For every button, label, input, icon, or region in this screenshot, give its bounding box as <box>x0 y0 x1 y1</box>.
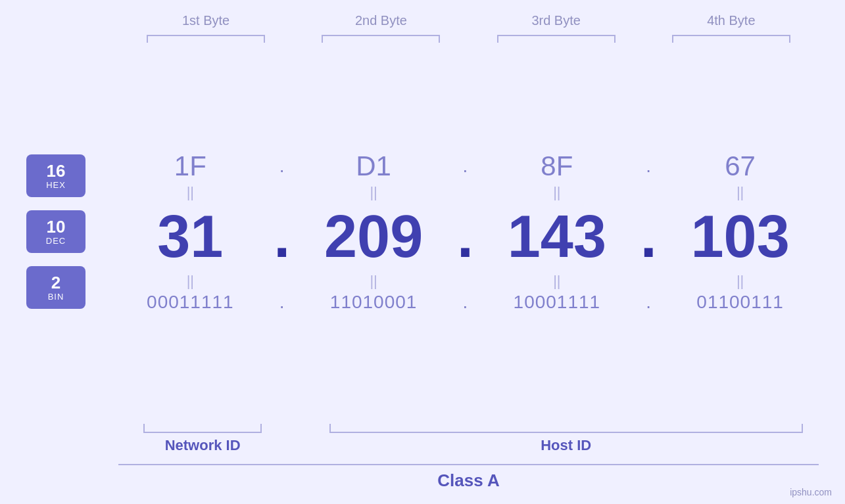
dec-val-4: 103 <box>662 203 819 271</box>
class-section: Class A <box>26 464 819 491</box>
bracket-cell-3 <box>469 35 644 43</box>
hex-val-3: 8F <box>479 150 636 182</box>
equals-row-2: || || || || <box>112 274 819 288</box>
bin-number: 2 <box>51 273 60 292</box>
hex-label: HEX <box>46 180 66 190</box>
bracket-top-3 <box>497 35 616 43</box>
bin-badge: 2 BIN <box>26 266 85 309</box>
host-bracket-bottom <box>329 424 803 433</box>
bin-row: 00011111 . 11010001 . 10001111 . 0110011… <box>112 288 819 316</box>
class-label: Class A <box>118 470 819 491</box>
byte1-header: 1st Byte <box>118 13 293 28</box>
byte2-header: 2nd Byte <box>293 13 468 28</box>
hex-number: 16 <box>47 162 66 181</box>
dec-row: 31 . 209 . 143 . 103 <box>112 200 819 274</box>
eq2-4: || <box>662 275 819 287</box>
hex-val-1: 1F <box>112 150 269 182</box>
hex-dot-1: . <box>269 156 295 177</box>
watermark: ipshu.com <box>790 487 832 497</box>
hex-dot-3: . <box>635 156 662 177</box>
bin-val-3: 10001111 <box>479 292 636 313</box>
bracket-top-4 <box>672 35 790 43</box>
top-brackets <box>26 35 819 43</box>
bin-val-2: 11010001 <box>295 292 452 313</box>
byte3-header: 3rd Byte <box>469 13 644 28</box>
byte4-header: 4th Byte <box>644 13 819 28</box>
host-id-label: Host ID <box>541 437 591 454</box>
hex-val-4: 67 <box>662 150 819 182</box>
eq1-2: || <box>295 187 452 198</box>
bracket-cell-2 <box>293 35 468 43</box>
bin-dot-3: . <box>635 292 662 313</box>
dec-label: DEC <box>46 236 66 246</box>
bin-val-4: 01100111 <box>662 292 819 313</box>
bracket-cell-1 <box>118 35 293 43</box>
bracket-cell-4 <box>644 35 819 43</box>
eq1-3: || <box>479 187 636 198</box>
bin-val-1: 00011111 <box>112 292 269 313</box>
hex-badge: 16 HEX <box>26 154 85 197</box>
network-bracket-wrap: Network ID <box>118 424 287 454</box>
eq2-3: || <box>479 275 636 287</box>
class-line <box>118 464 819 465</box>
dec-val-3: 143 <box>479 203 636 271</box>
host-bracket-wrap: Host ID <box>313 424 819 454</box>
eq2-2: || <box>295 275 452 287</box>
main-container: 1st Byte 2nd Byte 3rd Byte 4th Byte 16 H… <box>0 0 845 504</box>
equals-row-1: || || || || <box>112 185 819 200</box>
bracket-dot-spacer-1 <box>287 424 313 454</box>
bin-dot-2: . <box>452 292 479 313</box>
byte-headers: 1st Byte 2nd Byte 3rd Byte 4th Byte <box>26 13 819 28</box>
bracket-top-2 <box>322 35 440 43</box>
bracket-labels-row: Network ID Host ID <box>118 424 819 454</box>
labels-column: 16 HEX 10 DEC 2 BIN <box>26 148 112 315</box>
bin-label: BIN <box>48 292 64 302</box>
eq1-1: || <box>112 187 269 198</box>
network-bracket-bottom <box>143 424 262 433</box>
hex-val-2: D1 <box>295 150 452 182</box>
dec-dot-1: . <box>269 203 295 271</box>
network-id-label: Network ID <box>165 437 241 454</box>
dec-val-1: 31 <box>112 203 269 271</box>
dec-number: 10 <box>47 218 66 237</box>
dec-dot-3: . <box>635 203 662 271</box>
eq1-4: || <box>662 187 819 198</box>
dec-badge: 10 DEC <box>26 210 85 253</box>
dec-val-2: 209 <box>295 203 452 271</box>
hex-row: 1F . D1 . 8F . 67 <box>112 147 819 185</box>
dec-dot-2: . <box>452 203 479 271</box>
bottom-section: Network ID Host ID <box>26 424 819 454</box>
hex-dot-2: . <box>452 156 479 177</box>
values-area: 1F . D1 . 8F . 67 || || <box>112 147 819 315</box>
eq2-1: || <box>112 275 269 287</box>
bracket-top-1 <box>147 35 265 43</box>
bin-dot-1: . <box>269 292 295 313</box>
